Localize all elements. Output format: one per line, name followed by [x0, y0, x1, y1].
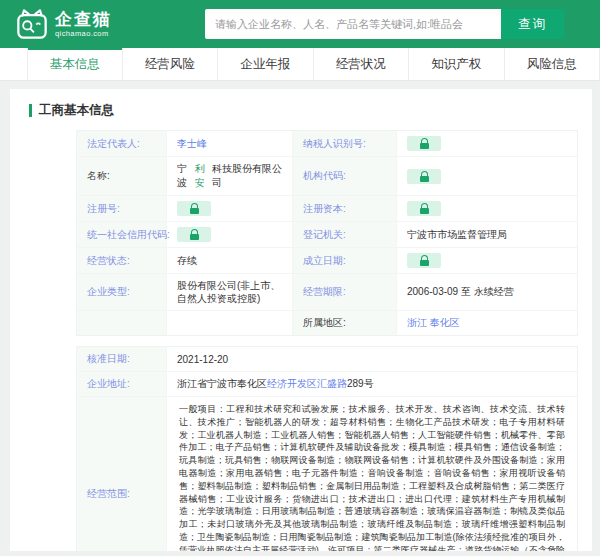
extended-info-table: 核准日期: 2021-12-20 企业地址: 浙江省宁波市奉化区经济开发区汇盛路… — [76, 346, 578, 551]
address-value: 浙江省宁波市奉化区经济开发区汇盛路289号 — [167, 372, 577, 397]
field-label-address: 企业地址: — [77, 372, 167, 397]
basic-info-table: 法定代表人: 李士峰 纳税人识别号: 名称: 宁波利安科技股份有限公司 机构代码… — [76, 130, 578, 336]
taxpayer-id-lock-icon[interactable] — [407, 136, 441, 151]
brand-domain: qichamao.com — [55, 29, 112, 38]
field-label-taxpayer-id: 纳税人识别号: — [293, 131, 397, 157]
app-header: 企查猫 qichamao.com 查询 — [0, 0, 600, 48]
business-scope-value: 一般项目：工程和技术研究和试验发展；技术服务、技术开发、技术咨询、技术交流、技术… — [167, 397, 577, 551]
field-label-scope: 经营范围: — [77, 397, 167, 551]
section-header: 工商基本信息 — [29, 102, 592, 119]
field-label-reg-authority: 登记机关: — [293, 222, 397, 248]
company-type-value: 股份有限公司(非上市、自然人投资或控股) — [167, 274, 293, 311]
tab-risk-info[interactable]: 风险信息 — [505, 48, 600, 80]
company-name-pre: 宁波 — [177, 162, 195, 190]
reg-no-lock-icon[interactable] — [177, 201, 211, 216]
company-name-highlight: 利安 — [195, 162, 213, 190]
field-label-credit-code: 统一社会信用代码: — [77, 222, 167, 248]
empty-value-cell — [167, 311, 293, 335]
search-bar: 查询 — [205, 9, 564, 39]
field-label-company-type: 企业类型: — [77, 274, 167, 311]
address-post: 289号 — [347, 377, 374, 391]
address-pre: 浙江省宁波市奉化区 — [177, 377, 267, 391]
field-label-reg-no: 注册号: — [77, 196, 167, 222]
section-accent-bar — [29, 104, 32, 117]
field-label-region: 所属地区: — [293, 311, 397, 335]
tab-annual-report[interactable]: 企业年报 — [218, 48, 314, 80]
tab-operating-state[interactable]: 经营状况 — [314, 48, 410, 80]
section-title: 工商基本信息 — [39, 102, 114, 119]
field-label-legal-rep: 法定代表人: — [77, 131, 167, 157]
brand-name: 企查猫 — [55, 10, 112, 29]
field-label-reg-capital: 注册资本: — [293, 196, 397, 222]
reg-capital-lock-icon[interactable] — [407, 201, 441, 216]
field-label-est-date: 成立日期: — [293, 248, 397, 274]
legal-rep-link[interactable]: 李士峰 — [177, 137, 207, 151]
company-name-post: 科技股份有限公司 — [212, 162, 282, 190]
term-value: 2006-03-09 至 永续经营 — [397, 274, 577, 311]
search-input[interactable] — [205, 9, 501, 39]
field-label-status: 经营状态: — [77, 248, 167, 274]
address-link[interactable]: 经济开发区汇盛路 — [267, 377, 347, 391]
credit-code-lock-icon[interactable] — [177, 227, 211, 242]
brand-text: 企查猫 qichamao.com — [55, 10, 112, 38]
qichamao-cat-logo-icon — [16, 8, 48, 40]
reg-authority-value: 宁波市市场监督管理局 — [397, 222, 577, 248]
field-label-org-code: 机构代码: — [293, 157, 397, 196]
field-label-term: 经营期限: — [293, 274, 397, 311]
empty-label-cell — [77, 311, 167, 335]
status-value: 存续 — [167, 248, 293, 274]
tab-intellectual-property[interactable]: 知识产权 — [409, 48, 505, 80]
business-info-card: 工商基本信息 法定代表人: 李士峰 纳税人识别号: 名称: 宁波利安科技股份有限… — [10, 89, 592, 551]
nav-tab-bar: 基本信息 经营风险 企业年报 经营状况 知识产权 风险信息 — [0, 48, 600, 81]
company-name-value: 宁波利安科技股份有限公司 — [167, 157, 293, 196]
region-link[interactable]: 浙江 奉化区 — [407, 316, 460, 330]
tab-operating-risk[interactable]: 经营风险 — [123, 48, 219, 80]
org-code-lock-icon[interactable] — [407, 169, 441, 184]
tab-basic-info[interactable]: 基本信息 — [27, 48, 123, 80]
est-date-lock-icon[interactable] — [407, 253, 441, 268]
search-button[interactable]: 查询 — [501, 9, 564, 39]
field-label-company-name: 名称: — [77, 157, 167, 196]
field-label-approval-date: 核准日期: — [77, 347, 167, 372]
approval-date-value: 2021-12-20 — [167, 347, 577, 372]
brand-logo[interactable]: 企查猫 qichamao.com — [16, 8, 112, 40]
